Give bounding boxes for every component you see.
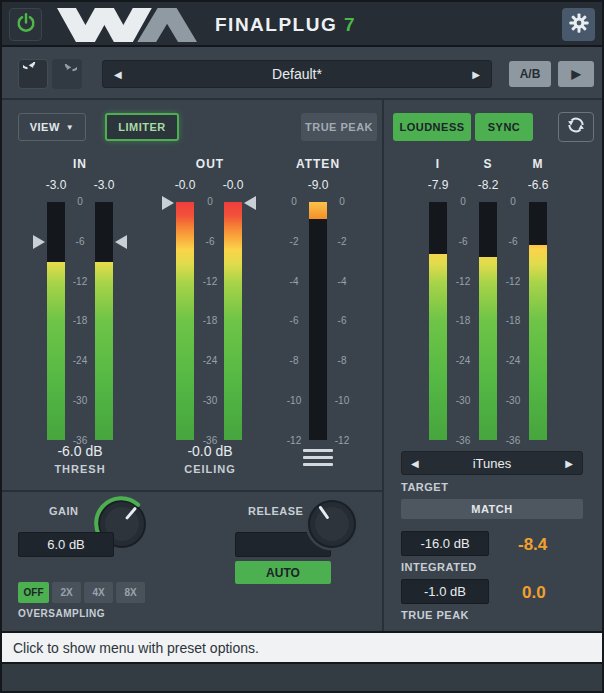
threshold-marker-left-icon[interactable] xyxy=(33,235,45,249)
divider xyxy=(2,98,602,100)
integrated-target-field[interactable]: -16.0 dB xyxy=(401,531,489,556)
plugin-window: FINALPLUG 7 xyxy=(0,0,604,693)
title-bar: FINALPLUG 7 xyxy=(2,2,602,47)
gear-icon xyxy=(568,12,590,38)
hamburger-icon xyxy=(303,449,333,452)
true-peak-toggle-button[interactable]: TRUE PEAK xyxy=(301,113,377,141)
atten-scale-left: 0 -2 -4 -6 -8 -10 -12 xyxy=(276,196,312,446)
atten-meter-label: ATTEN xyxy=(288,157,348,171)
loudness-reset-button[interactable] xyxy=(558,112,594,142)
undo-icon xyxy=(23,62,43,86)
oversampling-2x-button[interactable]: 2X xyxy=(52,582,81,603)
release-label: RELEASE xyxy=(248,505,303,517)
ceiling-marker-left-icon[interactable] xyxy=(162,196,174,210)
gain-value-field[interactable]: 6.0 dB xyxy=(18,532,114,557)
power-button[interactable] xyxy=(9,8,42,41)
target-label: TARGET xyxy=(401,481,448,493)
sync-toggle-button[interactable]: SYNC xyxy=(475,113,533,141)
refresh-icon xyxy=(566,115,586,139)
power-icon xyxy=(15,12,37,38)
limiter-toggle-button[interactable]: LIMITER xyxy=(105,113,179,141)
true-peak-label: TRUE PEAK xyxy=(401,609,469,621)
plugin-version: 7 xyxy=(344,14,356,35)
integrated-meter-value: -7.9 xyxy=(418,178,458,192)
out-meter-label: OUT xyxy=(180,157,240,171)
preset-selector[interactable]: ◀ Default* ▶ xyxy=(102,60,492,88)
settings-button[interactable] xyxy=(562,8,595,41)
loudness-toggle-button[interactable]: LOUDNESS xyxy=(393,113,471,141)
atten-scale-right: 0 -2 -4 -6 -8 -10 -12 xyxy=(324,196,360,446)
release-knob[interactable] xyxy=(304,496,360,556)
oversampling-4x-button[interactable]: 4X xyxy=(84,582,113,603)
footer-bar xyxy=(2,662,602,691)
threshold-marker-right-icon[interactable] xyxy=(115,235,127,249)
in-right-peak-value: -3.0 xyxy=(84,178,124,192)
oversampling-8x-button[interactable]: 8X xyxy=(116,582,145,603)
target-value[interactable]: iTunes xyxy=(419,456,566,471)
threshold-readout[interactable]: -6.0 dB xyxy=(35,443,125,459)
status-message: Click to show menu with preset options. xyxy=(13,640,259,656)
preset-advance-button[interactable]: ▶ xyxy=(558,61,594,87)
gain-label: GAIN xyxy=(49,505,79,517)
preset-name[interactable]: Default* xyxy=(122,66,473,82)
atten-value: -9.0 xyxy=(298,178,338,192)
ceiling-label: CEILING xyxy=(165,463,255,475)
divider xyxy=(382,98,384,631)
in-meter-scale: 0 -6 -12 -18 -24 -30 -36 xyxy=(62,196,98,446)
momentary-meter-label: M xyxy=(508,157,568,171)
in-meter-label: IN xyxy=(50,157,110,171)
plugin-title: FINALPLUG 7 xyxy=(215,14,356,36)
wave-arts-logo-icon xyxy=(57,8,197,46)
match-button[interactable]: MATCH xyxy=(401,499,583,519)
ab-compare-button[interactable]: A/B xyxy=(509,61,551,87)
oversampling-label: OVERSAMPLING xyxy=(18,608,105,619)
auto-release-button[interactable]: AUTO xyxy=(235,561,331,584)
ceiling-marker-right-icon[interactable] xyxy=(244,196,256,210)
redo-icon xyxy=(57,64,77,84)
divider xyxy=(2,490,382,492)
integrated-label: INTEGRATED xyxy=(401,561,477,573)
shortterm-meter-value: -8.2 xyxy=(468,178,508,192)
chevron-down-icon: ▼ xyxy=(66,123,74,132)
in-left-peak-value: -3.0 xyxy=(36,178,76,192)
true-peak-measured-value: 0.0 xyxy=(522,583,546,603)
threshold-label: THRESH xyxy=(35,463,125,475)
meter-menu-button[interactable] xyxy=(303,449,333,470)
loudness-scale-2: 0 -6 -12 -18 -24 -30 -36 xyxy=(495,196,531,446)
redo-button[interactable] xyxy=(52,59,82,89)
target-next-icon[interactable]: ▶ xyxy=(565,458,573,469)
preset-prev-icon[interactable]: ◀ xyxy=(114,69,122,80)
status-bar: Click to show menu with preset options. xyxy=(2,631,602,662)
loudness-meter-m xyxy=(529,202,547,440)
out-left-peak-value: -0.0 xyxy=(165,178,205,192)
oversampling-off-button[interactable]: OFF xyxy=(18,582,49,603)
true-peak-target-field[interactable]: -1.0 dB xyxy=(401,579,489,604)
out-meter-scale: 0 -6 -12 -18 -24 -30 -36 xyxy=(192,196,228,446)
undo-button[interactable] xyxy=(18,59,48,89)
loudness-scale-1: 0 -6 -12 -18 -24 -30 -36 xyxy=(445,196,481,446)
out-right-peak-value: -0.0 xyxy=(213,178,253,192)
momentary-meter-value: -6.6 xyxy=(518,178,558,192)
preset-next-icon[interactable]: ▶ xyxy=(472,69,480,80)
view-menu-button[interactable]: VIEW ▼ xyxy=(18,113,86,141)
integrated-measured-value: -8.4 xyxy=(518,535,547,555)
ceiling-readout[interactable]: -0.0 dB xyxy=(165,443,255,459)
target-selector[interactable]: ◀ iTunes ▶ xyxy=(401,451,583,475)
meter-mask xyxy=(529,202,547,245)
target-prev-icon[interactable]: ◀ xyxy=(411,458,419,469)
